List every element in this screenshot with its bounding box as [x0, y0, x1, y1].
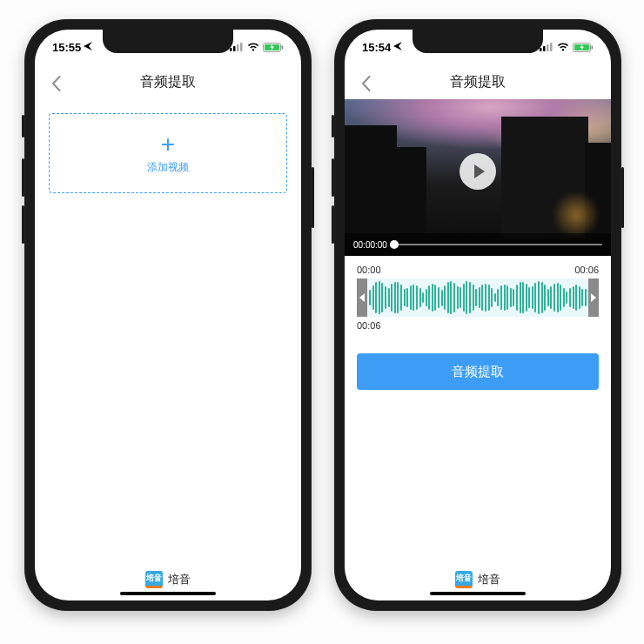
video-seek-track[interactable]	[394, 244, 602, 245]
waveform-start-label: 00:00	[357, 265, 381, 275]
home-indicator	[430, 592, 526, 595]
notch	[413, 30, 543, 53]
status-left: 15:55	[52, 41, 92, 54]
status-right	[540, 43, 594, 52]
svg-rect-3	[240, 43, 243, 51]
back-button[interactable]	[355, 73, 376, 94]
nav-bar: 音频提取	[35, 64, 301, 99]
svg-rect-1	[233, 46, 236, 51]
screen-right: 15:54	[345, 30, 611, 600]
side-button	[312, 167, 314, 228]
bottom-watermark: 培音 培音	[345, 571, 611, 600]
side-button	[332, 115, 334, 138]
nav-bar: 音频提取	[345, 64, 611, 99]
extract-audio-label: 音频提取	[452, 364, 504, 380]
app-name-label: 培音	[168, 571, 191, 588]
app-name-label: 培音	[478, 571, 500, 588]
svg-rect-0	[230, 48, 232, 51]
page-title: 音频提取	[450, 73, 506, 91]
phone-frame-right: 15:54	[334, 19, 621, 611]
battery-charging-icon	[573, 43, 594, 52]
battery-charging-icon	[263, 43, 284, 52]
home-indicator	[120, 592, 216, 595]
trim-handle-left[interactable]	[357, 278, 367, 317]
side-button	[22, 158, 24, 197]
notch	[103, 30, 233, 53]
video-seek-thumb[interactable]	[390, 240, 399, 249]
status-time: 15:54	[362, 41, 391, 54]
content-left: + 添加视频	[35, 99, 301, 600]
svg-rect-13	[592, 45, 594, 49]
svg-rect-2	[237, 44, 239, 51]
plus-icon: +	[161, 132, 175, 157]
app-badge-icon: 培音	[145, 571, 163, 588]
add-video-label: 添加视频	[147, 160, 189, 175]
video-preview[interactable]: 00:00:00	[345, 99, 611, 256]
waveform-end-label: 00:06	[574, 265, 599, 275]
video-scenery	[397, 147, 426, 243]
wifi-icon	[557, 43, 569, 51]
waveform-time-header: 00:00 00:06	[357, 265, 599, 275]
chevron-left-icon	[361, 76, 371, 91]
side-button	[22, 205, 24, 244]
back-button[interactable]	[45, 73, 66, 94]
chevron-left-icon	[51, 76, 61, 91]
extract-audio-button[interactable]: 音频提取	[357, 353, 599, 390]
video-scenery	[345, 125, 397, 238]
svg-rect-8	[543, 46, 546, 51]
video-scenery	[550, 193, 602, 237]
status-right	[230, 43, 284, 52]
svg-rect-10	[550, 43, 553, 51]
trim-handle-right[interactable]	[588, 278, 599, 317]
svg-rect-9	[547, 44, 549, 51]
video-time-label: 00:00:00	[353, 240, 387, 250]
play-button[interactable]	[460, 153, 496, 190]
page-title: 音频提取	[140, 73, 196, 91]
waveform-bars	[367, 278, 588, 317]
status-left: 15:54	[362, 41, 402, 54]
phone-frame-left: 15:55	[24, 19, 312, 611]
status-time: 15:55	[52, 41, 81, 54]
waveform-trimmer[interactable]	[357, 278, 599, 317]
wifi-icon	[247, 43, 259, 51]
waveform-duration-label: 00:06	[357, 320, 599, 331]
waveform-section: 00:00 00:06 00:06	[357, 265, 599, 331]
side-button	[332, 205, 334, 244]
location-icon	[393, 42, 402, 52]
bottom-watermark: 培音 培音	[35, 571, 301, 600]
video-controls: 00:00:00	[345, 233, 611, 256]
svg-rect-6	[282, 45, 284, 49]
side-button	[22, 115, 24, 138]
app-badge-icon: 培音	[455, 571, 473, 588]
svg-rect-7	[540, 48, 542, 51]
side-button	[332, 158, 334, 197]
location-icon	[84, 42, 92, 52]
add-video-card[interactable]: + 添加视频	[49, 113, 287, 193]
screen-left: 15:55	[35, 30, 301, 600]
side-button	[621, 167, 624, 228]
